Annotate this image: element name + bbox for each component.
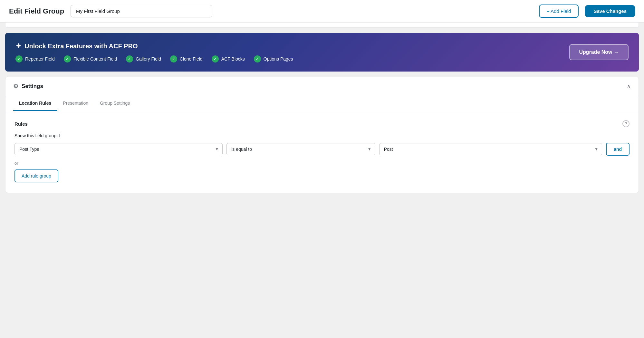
rules-section: Rules ? Show this field group if Post Ty…: [5, 111, 639, 193]
feature-blocks: ✓ ACF Blocks: [212, 55, 245, 63]
add-rule-group-button[interactable]: Add rule group: [14, 169, 58, 182]
rule-param-wrapper: Post Type Post Status Post Template Post…: [14, 143, 223, 155]
rule-value-wrapper: Post Page Attachment ▼: [379, 143, 602, 155]
feature-gallery: ✓ Gallery Field: [126, 55, 161, 63]
settings-card: ⚙ Settings ∧ Location Rules Presentation…: [5, 77, 639, 193]
banner-left: ✦ Unlock Extra Features with ACF PRO ✓ R…: [15, 42, 293, 63]
rule-param-select[interactable]: Post Type Post Status Post Template Post…: [14, 143, 223, 155]
settings-title: ⚙ Settings: [13, 83, 43, 90]
check-icon-repeater: ✓: [15, 55, 23, 63]
rule-operator-wrapper: is equal to is not equal to ▼: [226, 143, 375, 155]
page-header: Edit Field Group + Add Field Save Change…: [0, 0, 644, 23]
upgrade-now-button[interactable]: Upgrade Now →: [569, 44, 629, 60]
settings-header: ⚙ Settings ∧: [5, 77, 639, 96]
star-icon: ✦: [15, 42, 21, 50]
gear-icon: ⚙: [13, 83, 18, 90]
check-icon-options: ✓: [254, 55, 261, 63]
tab-presentation[interactable]: Presentation: [57, 96, 94, 111]
check-icon-blocks: ✓: [212, 55, 219, 63]
check-icon-flexible: ✓: [64, 55, 71, 63]
rule-row: Post Type Post Status Post Template Post…: [14, 143, 630, 156]
show-if-label: Show this field group if: [14, 133, 630, 138]
acf-pro-banner: ✦ Unlock Extra Features with ACF PRO ✓ R…: [5, 33, 639, 72]
banner-features: ✓ Repeater Field ✓ Flexible Content Fiel…: [15, 55, 293, 63]
banner-title: ✦ Unlock Extra Features with ACF PRO: [15, 42, 293, 50]
and-button[interactable]: and: [606, 143, 630, 156]
feature-clone: ✓ Clone Field: [170, 55, 203, 63]
tab-location-rules[interactable]: Location Rules: [13, 96, 57, 111]
page-title: Edit Field Group: [9, 7, 64, 15]
rule-operator-select[interactable]: is equal to is not equal to: [226, 143, 375, 155]
rules-header: Rules ?: [14, 120, 630, 127]
check-icon-gallery: ✓: [126, 55, 133, 63]
field-group-name-input[interactable]: [71, 5, 212, 17]
check-icon-clone: ✓: [170, 55, 177, 63]
feature-options: ✓ Options Pages: [254, 55, 293, 63]
save-changes-button[interactable]: Save Changes: [585, 5, 635, 17]
add-field-button[interactable]: + Add Field: [539, 5, 579, 18]
feature-flexible: ✓ Flexible Content Field: [64, 55, 117, 63]
rule-value-select[interactable]: Post Page Attachment: [379, 143, 602, 155]
help-icon[interactable]: ?: [622, 120, 630, 127]
feature-repeater: ✓ Repeater Field: [15, 55, 55, 63]
main-content: ✦ Unlock Extra Features with ACF PRO ✓ R…: [0, 23, 644, 206]
or-label: or: [14, 161, 630, 166]
top-card-partial: [5, 23, 639, 28]
tabs-row: Location Rules Presentation Group Settin…: [5, 96, 639, 111]
rules-label: Rules: [14, 121, 28, 127]
tab-group-settings[interactable]: Group Settings: [94, 96, 136, 111]
collapse-icon[interactable]: ∧: [627, 83, 631, 90]
